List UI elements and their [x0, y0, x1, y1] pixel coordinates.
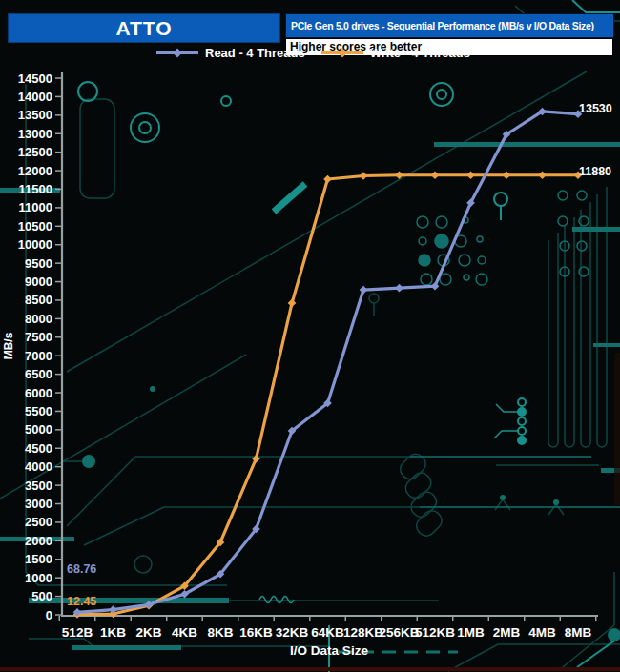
x-tick-label: 2KB: [135, 625, 161, 640]
point-value-label: 13530: [579, 102, 612, 115]
y-tick-label: 10500: [18, 219, 52, 234]
x-axis-title: I/O Data Size: [290, 643, 368, 658]
performance-line-chart: 0500100015002000250030003500400045005000…: [0, 0, 620, 672]
y-tick-label: 3000: [25, 497, 52, 511]
data-point-marker: [395, 171, 403, 179]
y-tick-label: 12500: [18, 145, 52, 159]
x-tick-label: 128KB: [343, 625, 383, 640]
y-tick-label: 5000: [25, 422, 52, 437]
point-value-label: 11880: [579, 165, 611, 178]
x-tick-label: 256KB: [379, 625, 419, 640]
data-point-marker: [538, 171, 547, 179]
x-tick-label: 64KB: [311, 625, 344, 640]
x-tick-label: 16KB: [239, 625, 273, 640]
series-line-write: [77, 175, 578, 615]
data-point-marker: [323, 175, 332, 184]
y-tick-label: 14500: [18, 71, 52, 86]
y-tick-label: 4500: [25, 441, 52, 456]
y-tick-label: 13500: [18, 108, 52, 122]
y-tick-label: 3500: [25, 479, 52, 493]
data-point-marker: [360, 286, 368, 295]
data-point-marker: [466, 171, 475, 179]
bottom-accent-strip: [0, 667, 620, 671]
y-tick-label: 13000: [18, 127, 52, 141]
y-tick-label: 14000: [18, 90, 52, 104]
x-tick-label: 1MB: [457, 625, 485, 640]
y-tick-label: 0: [46, 608, 52, 622]
y-tick-label: 9000: [25, 275, 52, 289]
series-line-read: [77, 112, 578, 612]
y-tick-label: 2000: [25, 534, 52, 548]
data-point-marker: [503, 171, 511, 179]
x-tick-label: 512KB: [415, 625, 455, 640]
y-tick-label: 7000: [25, 349, 52, 363]
y-tick-label: 8000: [25, 312, 52, 326]
x-tick-label: 2MB: [493, 625, 521, 640]
point-value-label: 12.45: [67, 595, 96, 608]
y-tick-label: 6000: [25, 386, 52, 400]
y-tick-label: 9500: [25, 256, 52, 271]
y-tick-label: 4000: [25, 459, 52, 474]
y-tick-label: 11500: [19, 182, 52, 196]
x-tick-label: 512B: [62, 625, 93, 640]
y-tick-label: 1500: [25, 552, 52, 566]
x-tick-label: 8MB: [565, 625, 592, 640]
x-tick-label: 8KB: [207, 625, 233, 640]
y-tick-label: 11000: [19, 200, 52, 214]
y-tick-label: 7500: [25, 330, 52, 344]
data-point-marker: [360, 172, 368, 180]
atto-benchmark-screenshot: ATTO PCIe Gen 5.0 drives - Sequential Pe…: [0, 0, 620, 672]
x-tick-label: 1KB: [100, 625, 126, 640]
y-tick-label: 500: [31, 589, 52, 603]
y-tick-label: 1000: [25, 571, 52, 585]
y-tick-label: 5500: [25, 404, 52, 418]
y-tick-label: 2500: [25, 515, 52, 529]
data-point-marker: [431, 171, 440, 179]
y-axis-title: MB/s: [2, 332, 15, 359]
x-tick-label: 32KB: [276, 625, 309, 640]
data-point-marker: [395, 284, 403, 293]
x-tick-label: 4KB: [172, 625, 197, 640]
point-value-label: 68.76: [67, 562, 96, 576]
y-tick-label: 8500: [25, 293, 52, 307]
data-point-marker: [288, 299, 297, 308]
y-tick-label: 10000: [18, 237, 52, 252]
y-tick-label: 12000: [18, 164, 52, 178]
x-tick-label: 4MB: [528, 625, 556, 640]
y-tick-label: 6500: [25, 367, 52, 381]
